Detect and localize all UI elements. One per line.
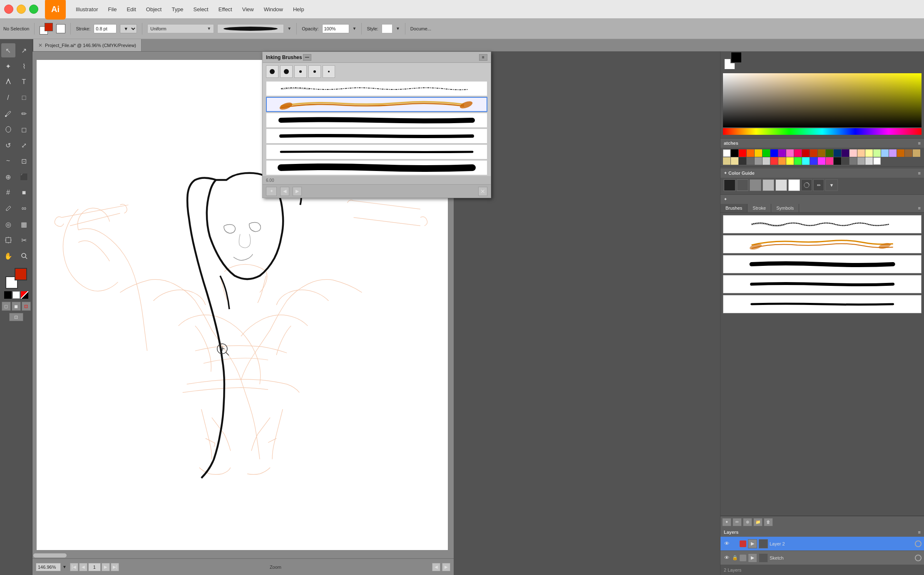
swatch[interactable] [842, 149, 849, 157]
sketch-visibility[interactable]: 👁 [723, 554, 730, 562]
pencil-tool[interactable]: ✏ [17, 107, 31, 121]
draw-normal-btn[interactable]: ◻ [2, 302, 11, 311]
swatch[interactable] [763, 157, 770, 165]
menu-item-object[interactable]: Object [142, 5, 166, 14]
h-scrollbar-thumb[interactable] [33, 553, 67, 558]
swatch[interactable] [770, 149, 778, 157]
swatch[interactable] [786, 149, 794, 157]
zoom-tool[interactable] [17, 249, 31, 263]
fill-stroke-indicator[interactable] [40, 23, 53, 35]
first-page-btn[interactable]: |◀ [70, 563, 78, 571]
page-input[interactable] [88, 563, 101, 571]
swatch[interactable] [857, 149, 865, 157]
swatch[interactable] [763, 149, 770, 157]
swatch[interactable] [826, 157, 833, 165]
brush-preview-toolbar[interactable]: Uniform ▼ [147, 24, 214, 33]
swatch[interactable] [881, 149, 889, 157]
sketch-target[interactable] [915, 555, 922, 561]
menu-item-select[interactable]: Select [189, 5, 213, 14]
brush-item-2[interactable] [723, 235, 922, 253]
swatch[interactable] [747, 157, 754, 165]
layer-row-layer2[interactable]: 👁 ▶ Layer 2 [720, 537, 924, 551]
brush-item-1[interactable] [723, 215, 922, 233]
color-picker[interactable] [720, 72, 924, 136]
ib-brush-row-1[interactable] [266, 81, 487, 96]
document-tab[interactable]: ✕ Project_File.ai* @ 146.96% (CMYK/Previ… [33, 39, 142, 51]
tab-close-btn[interactable]: ✕ [38, 42, 42, 48]
swatch[interactable] [802, 157, 810, 165]
ib-dot-2[interactable] [280, 65, 293, 78]
swatch[interactable] [865, 157, 873, 165]
scale-tool[interactable]: ⤢ [17, 138, 31, 152]
swatch[interactable] [810, 149, 817, 157]
swatch[interactable] [755, 149, 762, 157]
fill-stroke-large[interactable] [5, 268, 28, 289]
mesh-tool[interactable]: # [1, 186, 15, 200]
paintbrush-tool[interactable] [1, 107, 15, 121]
pen-tool[interactable] [1, 75, 15, 89]
tab-brushes[interactable]: Brushes [720, 204, 748, 212]
cg-harmony-btn[interactable] [801, 179, 812, 191]
swatch[interactable] [818, 149, 825, 157]
swatch[interactable] [731, 149, 738, 157]
ib-brush-row-5[interactable] [266, 144, 487, 159]
shape-builder-tool[interactable]: ⊕ [1, 170, 15, 184]
ib-brush-row-6[interactable] [266, 160, 487, 175]
line-tool[interactable]: / [1, 91, 15, 105]
swatch[interactable] [905, 149, 912, 157]
ib-prev-btn[interactable]: ◀ [280, 187, 289, 196]
swatch[interactable] [849, 157, 857, 165]
draw-inside-btn[interactable]: ⊡ [22, 302, 31, 311]
swatch[interactable] [873, 157, 881, 165]
swatch[interactable] [865, 149, 873, 157]
ib-nav-icon[interactable]: ✦ [266, 187, 277, 196]
artboard-tool[interactable] [1, 233, 15, 247]
layer2-lock[interactable] [732, 541, 738, 547]
none-fill[interactable] [21, 291, 28, 299]
canvas-scrollbar-h[interactable] [32, 553, 448, 558]
lasso-tool[interactable]: ⌇ [17, 59, 31, 73]
swatch[interactable] [849, 149, 857, 157]
white-fill[interactable] [12, 291, 20, 299]
ib-brush-row-4[interactable] [266, 129, 487, 144]
ib-close-btn[interactable]: ✕ [478, 187, 487, 196]
black-fill[interactable] [4, 291, 12, 299]
column-graph-tool[interactable]: ▦ [17, 217, 31, 231]
rectangle-tool[interactable]: □ [17, 91, 31, 105]
symbol-sprayer-tool[interactable]: ◎ [1, 217, 15, 231]
swatch[interactable] [794, 149, 802, 157]
swatch[interactable] [834, 157, 841, 165]
tab-stroke[interactable]: Stroke [748, 204, 771, 212]
swatch[interactable] [794, 157, 802, 165]
swatch[interactable] [786, 157, 794, 165]
swatch[interactable] [723, 149, 730, 157]
swatch[interactable] [723, 157, 730, 165]
swatch[interactable] [747, 149, 754, 157]
swatch[interactable] [834, 149, 841, 157]
brush-item-4[interactable] [723, 275, 922, 293]
swatch[interactable] [842, 157, 849, 165]
opacity-input[interactable] [322, 24, 349, 33]
slice-tool[interactable]: ✂ [17, 233, 31, 247]
brushes-menu-btn[interactable]: ≡ [915, 204, 924, 212]
cg-swatch-6[interactable] [788, 179, 800, 191]
swatch[interactable] [818, 157, 825, 165]
ib-dot-4[interactable] [308, 65, 321, 78]
ib-next-btn[interactable]: ▶ [293, 187, 302, 196]
menu-item-window[interactable]: Window [260, 5, 287, 14]
cg-dropdown[interactable]: ▼ [825, 179, 838, 191]
stroke-input[interactable] [94, 24, 117, 33]
ib-brush-row-2[interactable] [266, 97, 487, 112]
perspective-tool[interactable]: ⬛ [17, 170, 31, 184]
swatch[interactable] [857, 157, 865, 165]
swatch[interactable] [810, 157, 817, 165]
menu-item-effect[interactable]: Effect [214, 5, 236, 14]
zoom-input[interactable] [36, 563, 61, 571]
color-spectrum[interactable] [723, 128, 922, 135]
color-guide-menu[interactable]: ≡ [918, 171, 921, 176]
direct-selection-tool[interactable]: ↗ [17, 43, 31, 57]
close-button[interactable] [4, 5, 13, 14]
screen-mode-btn[interactable]: ⊡ [9, 313, 23, 321]
swatch[interactable] [778, 157, 786, 165]
gradient-tool[interactable]: ■ [17, 186, 31, 200]
